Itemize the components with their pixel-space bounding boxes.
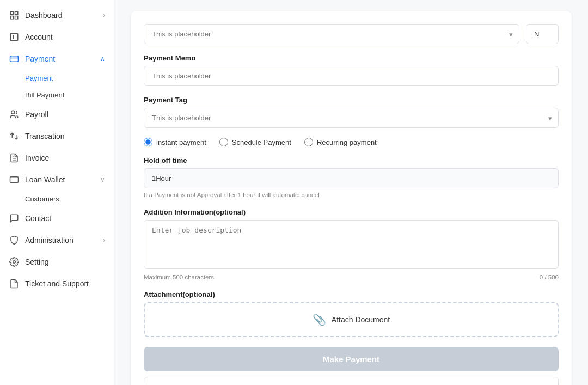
sidebar-item-label: Setting <box>25 258 49 266</box>
currency-row: ▾ <box>144 24 559 44</box>
sidebar-item-label: Ticket and Support <box>25 279 89 288</box>
currency-select[interactable] <box>144 24 519 44</box>
sidebar-item-label: Loan Wallet <box>25 175 65 184</box>
chevron-right-icon: › <box>103 236 105 244</box>
sidebar-item-loan-wallet[interactable]: Loan Wallet ∨ <box>0 169 114 191</box>
gear-icon <box>9 256 20 267</box>
main-content: ▾ Payment Memo Payment Tag ▾ instant pay… <box>114 0 588 385</box>
svg-point-7 <box>11 111 15 114</box>
sidebar-sub-item-customers[interactable]: Customers <box>25 191 114 207</box>
hold-off-group: Hold off time If a Payment is not Approv… <box>144 156 559 198</box>
sidebar-item-administration[interactable]: Administration › <box>0 229 114 251</box>
loan-submenu: Customers <box>0 191 114 207</box>
make-payment-button[interactable]: Make Payment <box>144 347 559 371</box>
grid-icon <box>9 10 20 21</box>
char-count: 0 / 500 <box>540 274 559 280</box>
sidebar-item-payroll[interactable]: Payroll <box>0 103 114 125</box>
user-icon <box>9 32 20 42</box>
cancel-button[interactable]: Cancel <box>144 377 559 385</box>
payment-tag-label: Payment Tag <box>144 96 559 104</box>
svg-rect-5 <box>10 56 19 62</box>
sidebar-item-setting[interactable]: Setting <box>0 251 114 273</box>
users-icon <box>9 109 20 120</box>
radio-instant-input[interactable] <box>144 138 152 146</box>
sidebar-item-contact[interactable]: Contact <box>0 207 114 229</box>
sidebar-item-label: Invoice <box>25 154 49 162</box>
svg-rect-1 <box>15 11 18 14</box>
addition-info-label: Addition Information(optional) <box>144 208 559 216</box>
payment-memo-label: Payment Memo <box>144 54 559 62</box>
sidebar-item-payment[interactable]: Payment ∧ <box>0 48 114 70</box>
payment-submenu: Payment Bill Payment <box>0 70 114 103</box>
arrows-icon <box>9 131 20 142</box>
payment-form: ▾ Payment Memo Payment Tag ▾ instant pay… <box>131 11 572 385</box>
svg-point-11 <box>13 261 16 264</box>
sidebar-item-label: Dashboard <box>25 11 63 20</box>
chevron-down-icon: ∨ <box>100 176 105 184</box>
payment-type-radio-group: instant payment Schedule Payment Recurri… <box>144 138 559 146</box>
radio-instant-label: instant payment <box>156 138 206 146</box>
radio-recurring-label: Recurring payment <box>317 138 377 146</box>
attachment-group: Attachment(optional) 📎 Attach Document <box>144 290 559 337</box>
radio-recurring-input[interactable] <box>304 138 313 146</box>
attach-doc-label: Attach Document <box>332 315 390 324</box>
svg-rect-2 <box>10 16 13 19</box>
radio-instant-payment[interactable]: instant payment <box>144 138 206 146</box>
sidebar-item-transaction[interactable]: Transcation <box>0 125 114 147</box>
shield-icon <box>9 235 20 246</box>
radio-schedule-label: Schedule Payment <box>232 138 291 146</box>
file-text-icon <box>9 152 20 163</box>
sidebar-item-label: Transcation <box>25 132 65 140</box>
payment-tag-select[interactable] <box>144 108 559 128</box>
credit-card-icon <box>9 53 20 64</box>
sidebar-item-ticket-support[interactable]: Ticket and Support <box>0 273 114 295</box>
max-chars-hint: Maximum 500 characters <box>144 274 214 280</box>
currency-group: ▾ <box>144 24 559 44</box>
sidebar: Dashboard › Account Payment ∧ Payment Bi… <box>0 0 114 385</box>
payment-memo-group: Payment Memo <box>144 54 559 86</box>
sidebar-item-invoice[interactable]: Invoice <box>0 147 114 169</box>
radio-recurring-payment[interactable]: Recurring payment <box>304 138 377 146</box>
sidebar-sub-item-payment[interactable]: Payment <box>25 70 114 87</box>
attachment-label: Attachment(optional) <box>144 290 559 298</box>
payment-memo-input[interactable] <box>144 66 559 86</box>
sidebar-sub-item-bill-payment[interactable]: Bill Payment <box>25 87 114 103</box>
payment-tag-select-wrap: ▾ <box>144 108 559 128</box>
svg-rect-10 <box>10 177 19 183</box>
hold-off-input[interactable] <box>144 168 559 188</box>
attachment-box[interactable]: 📎 Attach Document <box>144 302 559 337</box>
chevron-right-icon: › <box>103 11 105 19</box>
radio-schedule-payment[interactable]: Schedule Payment <box>219 138 291 146</box>
sidebar-item-label: Account <box>25 33 53 41</box>
ticket-icon <box>9 278 20 289</box>
svg-rect-4 <box>10 33 18 41</box>
sidebar-item-label: Payment <box>25 54 55 63</box>
sidebar-item-dashboard[interactable]: Dashboard › <box>0 4 114 26</box>
hold-off-label: Hold off time <box>144 156 559 164</box>
addition-info-textarea[interactable] <box>144 220 559 269</box>
wallet-icon <box>9 174 20 185</box>
currency-select-wrap: ▾ <box>144 24 519 44</box>
svg-rect-3 <box>15 16 18 19</box>
sidebar-item-label: Administration <box>25 236 74 245</box>
radio-schedule-input[interactable] <box>219 138 228 146</box>
contact-icon <box>9 213 20 224</box>
hold-off-hint: If a Payment is not Approval after 1 hou… <box>144 192 559 198</box>
sidebar-item-account[interactable]: Account <box>0 26 114 48</box>
textarea-footer: Maximum 500 characters 0 / 500 <box>144 274 559 280</box>
chevron-up-icon: ∧ <box>100 55 105 63</box>
svg-rect-0 <box>10 11 13 14</box>
addition-info-group: Addition Information(optional) Maximum 5… <box>144 208 559 280</box>
paperclip-icon: 📎 <box>313 313 326 326</box>
sidebar-item-label: Contact <box>25 214 51 223</box>
currency-value-input[interactable] <box>526 24 559 44</box>
payment-tag-group: Payment Tag ▾ <box>144 96 559 128</box>
sidebar-item-label: Payroll <box>25 110 48 119</box>
